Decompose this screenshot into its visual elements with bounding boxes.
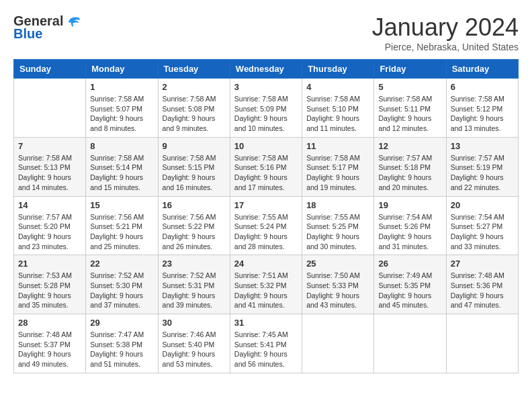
day-info: Sunrise: 7:58 AMSunset: 5:11 PMDaylight:… — [378, 95, 432, 132]
calendar-cell: 6 Sunrise: 7:58 AMSunset: 5:12 PMDayligh… — [446, 79, 518, 138]
day-number: 21 — [18, 259, 81, 269]
day-number: 29 — [90, 318, 153, 328]
calendar-week-row: 7 Sunrise: 7:58 AMSunset: 5:13 PMDayligh… — [14, 137, 519, 196]
calendar-cell — [302, 314, 374, 373]
day-info: Sunrise: 7:47 AMSunset: 5:38 PMDaylight:… — [90, 330, 144, 368]
day-info: Sunrise: 7:58 AMSunset: 5:16 PMDaylight:… — [234, 154, 288, 191]
calendar-cell: 25 Sunrise: 7:50 AMSunset: 5:33 PMDaylig… — [302, 255, 374, 314]
calendar-cell: 17 Sunrise: 7:55 AMSunset: 5:24 PMDaylig… — [230, 196, 302, 255]
day-number: 2 — [163, 82, 226, 92]
day-number: 27 — [451, 259, 514, 269]
calendar-cell: 7 Sunrise: 7:58 AMSunset: 5:13 PMDayligh… — [14, 137, 86, 196]
calendar-cell: 14 Sunrise: 7:57 AMSunset: 5:20 PMDaylig… — [14, 196, 86, 255]
day-info: Sunrise: 7:58 AMSunset: 5:09 PMDaylight:… — [234, 95, 288, 132]
calendar-cell: 1 Sunrise: 7:58 AMSunset: 5:07 PMDayligh… — [86, 79, 158, 138]
calendar-cell: 26 Sunrise: 7:49 AMSunset: 5:35 PMDaylig… — [374, 255, 446, 314]
day-number: 9 — [163, 141, 226, 151]
day-number: 31 — [234, 318, 298, 328]
calendar-cell: 30 Sunrise: 7:46 AMSunset: 5:40 PMDaylig… — [158, 314, 230, 373]
weekday-header-sunday: Sunday — [14, 60, 86, 79]
weekday-header-wednesday: Wednesday — [230, 60, 302, 79]
calendar-cell: 9 Sunrise: 7:58 AMSunset: 5:15 PMDayligh… — [158, 137, 230, 196]
calendar-cell: 29 Sunrise: 7:47 AMSunset: 5:38 PMDaylig… — [86, 314, 158, 373]
day-info: Sunrise: 7:58 AMSunset: 5:07 PMDaylight:… — [90, 95, 144, 132]
logo: General Blue — [13, 13, 81, 42]
calendar-week-row: 1 Sunrise: 7:58 AMSunset: 5:07 PMDayligh… — [14, 79, 519, 138]
day-number: 1 — [90, 82, 153, 92]
day-info: Sunrise: 7:57 AMSunset: 5:20 PMDaylight:… — [18, 213, 72, 250]
calendar-cell: 20 Sunrise: 7:54 AMSunset: 5:27 PMDaylig… — [446, 196, 518, 255]
day-info: Sunrise: 7:45 AMSunset: 5:41 PMDaylight:… — [234, 330, 288, 368]
day-number: 12 — [378, 141, 441, 151]
day-info: Sunrise: 7:48 AMSunset: 5:36 PMDaylight:… — [451, 271, 504, 309]
day-number: 28 — [18, 318, 81, 328]
calendar-cell: 2 Sunrise: 7:58 AMSunset: 5:08 PMDayligh… — [158, 79, 230, 138]
day-info: Sunrise: 7:52 AMSunset: 5:31 PMDaylight:… — [163, 271, 216, 309]
day-info: Sunrise: 7:46 AMSunset: 5:40 PMDaylight:… — [163, 330, 216, 368]
day-info: Sunrise: 7:57 AMSunset: 5:18 PMDaylight:… — [378, 154, 432, 191]
day-number: 20 — [451, 200, 514, 210]
day-number: 11 — [306, 141, 369, 151]
weekday-header-saturday: Saturday — [446, 60, 518, 79]
calendar-cell: 15 Sunrise: 7:56 AMSunset: 5:21 PMDaylig… — [86, 196, 158, 255]
day-info: Sunrise: 7:52 AMSunset: 5:30 PMDaylight:… — [90, 271, 144, 309]
title-area: January 2024 Pierce, Nebraska, United St… — [372, 13, 519, 52]
calendar-table: SundayMondayTuesdayWednesdayThursdayFrid… — [13, 59, 519, 373]
day-number: 18 — [306, 200, 369, 210]
day-number: 10 — [234, 141, 298, 151]
day-info: Sunrise: 7:55 AMSunset: 5:25 PMDaylight:… — [306, 213, 360, 250]
calendar-cell: 22 Sunrise: 7:52 AMSunset: 5:30 PMDaylig… — [86, 255, 158, 314]
weekday-header-tuesday: Tuesday — [158, 60, 230, 79]
day-number: 16 — [163, 200, 226, 210]
logo-bird-icon — [66, 15, 81, 28]
calendar-cell — [374, 314, 446, 373]
day-number: 23 — [163, 259, 226, 269]
day-info: Sunrise: 7:48 AMSunset: 5:37 PMDaylight:… — [18, 330, 72, 368]
weekday-header-friday: Friday — [374, 60, 446, 79]
day-info: Sunrise: 7:58 AMSunset: 5:15 PMDaylight:… — [163, 154, 216, 191]
calendar-cell: 10 Sunrise: 7:58 AMSunset: 5:16 PMDaylig… — [230, 137, 302, 196]
day-number: 7 — [18, 141, 81, 151]
day-info: Sunrise: 7:53 AMSunset: 5:28 PMDaylight:… — [18, 271, 72, 309]
calendar-cell: 5 Sunrise: 7:58 AMSunset: 5:11 PMDayligh… — [374, 79, 446, 138]
calendar-cell — [14, 79, 86, 138]
day-info: Sunrise: 7:58 AMSunset: 5:08 PMDaylight:… — [163, 95, 216, 132]
weekday-header-monday: Monday — [86, 60, 158, 79]
day-info: Sunrise: 7:58 AMSunset: 5:12 PMDaylight:… — [451, 95, 504, 132]
calendar-cell: 28 Sunrise: 7:48 AMSunset: 5:37 PMDaylig… — [14, 314, 86, 373]
calendar-week-row: 28 Sunrise: 7:48 AMSunset: 5:37 PMDaylig… — [14, 314, 519, 373]
calendar-cell: 23 Sunrise: 7:52 AMSunset: 5:31 PMDaylig… — [158, 255, 230, 314]
day-number: 19 — [378, 200, 441, 210]
day-info: Sunrise: 7:49 AMSunset: 5:35 PMDaylight:… — [378, 271, 432, 309]
calendar-cell: 13 Sunrise: 7:57 AMSunset: 5:19 PMDaylig… — [446, 137, 518, 196]
calendar-cell: 12 Sunrise: 7:57 AMSunset: 5:18 PMDaylig… — [374, 137, 446, 196]
calendar-week-row: 14 Sunrise: 7:57 AMSunset: 5:20 PMDaylig… — [14, 196, 519, 255]
calendar-cell: 8 Sunrise: 7:58 AMSunset: 5:14 PMDayligh… — [86, 137, 158, 196]
weekday-header-thursday: Thursday — [302, 60, 374, 79]
month-title: January 2024 — [372, 13, 519, 42]
calendar-cell: 3 Sunrise: 7:58 AMSunset: 5:09 PMDayligh… — [230, 79, 302, 138]
weekday-header-row: SundayMondayTuesdayWednesdayThursdayFrid… — [14, 60, 519, 79]
day-number: 24 — [234, 259, 298, 269]
day-info: Sunrise: 7:56 AMSunset: 5:21 PMDaylight:… — [90, 213, 144, 250]
calendar-cell: 4 Sunrise: 7:58 AMSunset: 5:10 PMDayligh… — [302, 79, 374, 138]
day-info: Sunrise: 7:51 AMSunset: 5:32 PMDaylight:… — [234, 271, 288, 309]
day-number: 14 — [18, 200, 81, 210]
location-subtitle: Pierce, Nebraska, United States — [372, 42, 519, 52]
day-number: 4 — [306, 82, 369, 92]
day-info: Sunrise: 7:56 AMSunset: 5:22 PMDaylight:… — [163, 213, 216, 250]
day-info: Sunrise: 7:55 AMSunset: 5:24 PMDaylight:… — [234, 213, 288, 250]
day-info: Sunrise: 7:57 AMSunset: 5:19 PMDaylight:… — [451, 154, 504, 191]
day-info: Sunrise: 7:58 AMSunset: 5:14 PMDaylight:… — [90, 154, 144, 191]
day-number: 5 — [378, 82, 441, 92]
logo-text-blue: Blue — [13, 26, 42, 42]
calendar-cell — [446, 314, 518, 373]
day-info: Sunrise: 7:58 AMSunset: 5:17 PMDaylight:… — [306, 154, 360, 191]
day-info: Sunrise: 7:50 AMSunset: 5:33 PMDaylight:… — [306, 271, 360, 309]
day-info: Sunrise: 7:54 AMSunset: 5:27 PMDaylight:… — [451, 213, 504, 250]
day-number: 25 — [306, 259, 369, 269]
day-number: 22 — [90, 259, 153, 269]
calendar-cell: 19 Sunrise: 7:54 AMSunset: 5:26 PMDaylig… — [374, 196, 446, 255]
day-info: Sunrise: 7:54 AMSunset: 5:26 PMDaylight:… — [378, 213, 432, 250]
day-info: Sunrise: 7:58 AMSunset: 5:13 PMDaylight:… — [18, 154, 72, 191]
